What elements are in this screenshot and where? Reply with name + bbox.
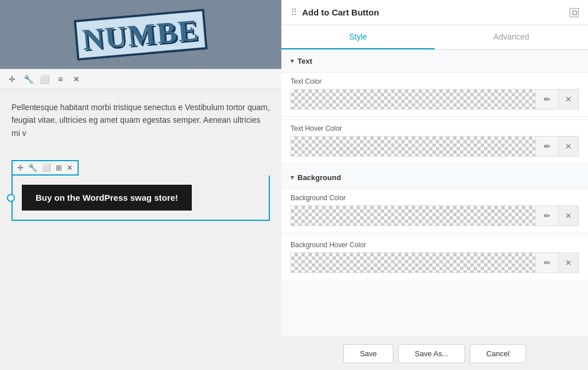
- wrench-icon[interactable]: 🔧: [23, 74, 33, 84]
- editor-content: Pellentesque habitant morbi tristique se…: [0, 89, 281, 151]
- move-icon[interactable]: ✛: [7, 74, 17, 84]
- settings-panel: ⠿ Add to Cart Button ▢ Style Advanced ▾ …: [281, 0, 588, 370]
- widget-copy-icon[interactable]: ⬜: [42, 163, 51, 172]
- text-color-picker-button[interactable]: ✏: [535, 89, 558, 110]
- save-button[interactable]: Save: [343, 344, 394, 363]
- editor-area: NUMBE ✛ 🔧 ⬜ ≡ ✕ Pellentesque habitant mo…: [0, 0, 281, 370]
- text-hover-color-clear-button[interactable]: ✕: [558, 136, 579, 157]
- clear-icon-4: ✕: [565, 258, 572, 267]
- widget-toolbar: ✛ 🔧 ⬜ ⊞ ✕: [11, 160, 79, 176]
- panel-header: ⠿ Add to Cart Button ▢: [281, 0, 588, 25]
- panel-footer: Save Save As... Cancel: [281, 337, 588, 370]
- list-icon[interactable]: ≡: [55, 74, 65, 84]
- panel-tabs: Style Advanced: [281, 25, 588, 50]
- text-hover-color-swatch[interactable]: [291, 136, 535, 157]
- bg-hover-color-swatch[interactable]: [291, 252, 535, 273]
- widget-wrench-icon[interactable]: 🔧: [28, 163, 37, 172]
- text-color-field: Text Color ✏ ✕: [281, 72, 588, 117]
- clear-icon: ✕: [565, 95, 572, 104]
- eyedropper-icon-2: ✏: [544, 142, 551, 151]
- header-image: NUMBE: [0, 0, 281, 69]
- bg-hover-color-label: Background Hover Color: [291, 241, 579, 249]
- bg-color-swatch[interactable]: [291, 205, 535, 226]
- tab-style[interactable]: Style: [281, 25, 435, 49]
- eyedropper-icon-3: ✏: [544, 211, 551, 220]
- text-section-fields: Text Color ✏ ✕ Text Hover Color: [281, 72, 588, 164]
- bg-hover-color-field: Background Hover Color ✏ ✕: [281, 236, 588, 281]
- text-hover-color-input-row: ✏ ✕: [291, 136, 579, 157]
- text-color-label: Text Color: [291, 77, 579, 85]
- text-chevron-icon: ▾: [291, 57, 294, 65]
- clear-icon-2: ✕: [565, 142, 572, 151]
- widget-move-icon[interactable]: ✛: [17, 163, 24, 172]
- text-color-swatch[interactable]: [291, 89, 535, 110]
- eyedropper-icon: ✏: [544, 95, 551, 104]
- background-section-fields: Background Color ✏ ✕ Background Hover Co…: [281, 189, 588, 281]
- bg-hover-color-clear-button[interactable]: ✕: [558, 252, 579, 273]
- copy-icon[interactable]: ⬜: [39, 74, 49, 84]
- text-hover-color-picker-button[interactable]: ✏: [535, 136, 558, 157]
- bg-color-clear-button[interactable]: ✕: [558, 205, 579, 226]
- panel-title: Add to Cart Button: [302, 7, 379, 17]
- cancel-button[interactable]: Cancel: [470, 344, 526, 363]
- background-section-label: Background: [297, 173, 341, 182]
- bg-hover-color-picker-button[interactable]: ✏: [535, 252, 558, 273]
- tab-advanced[interactable]: Advanced: [435, 25, 588, 49]
- widget-box: Buy on the WordPress swag store!: [11, 176, 270, 221]
- text-section-label: Text: [297, 57, 312, 65]
- widget-columns-icon[interactable]: ⊞: [56, 163, 62, 172]
- drag-handle-icon[interactable]: ⠿: [291, 7, 297, 18]
- minimize-button[interactable]: ▢: [570, 8, 579, 17]
- save-as-button[interactable]: Save As...: [398, 344, 465, 363]
- body-text: Pellentesque habitant morbi tristique se…: [11, 101, 270, 139]
- text-color-input-row: ✏ ✕: [291, 89, 579, 110]
- minimize-icon: ▢: [572, 9, 577, 15]
- panel-body: ▾ Text Text Color ✏ ✕ Text Hover C: [281, 50, 588, 337]
- bg-hover-color-input-row: ✏ ✕: [291, 252, 579, 273]
- background-chevron-icon: ▾: [291, 174, 294, 181]
- logo-image: NUMBE: [74, 9, 208, 61]
- panel-header-left: ⠿ Add to Cart Button: [291, 7, 379, 18]
- text-hover-color-field: Text Hover Color ✏ ✕: [281, 119, 588, 164]
- bg-color-picker-button[interactable]: ✏: [535, 205, 558, 226]
- editor-toolbar-1: ✛ 🔧 ⬜ ≡ ✕: [0, 69, 281, 89]
- bg-color-label: Background Color: [291, 194, 579, 202]
- cart-button[interactable]: Buy on the WordPress swag store!: [22, 185, 192, 211]
- eyedropper-icon-4: ✏: [544, 258, 551, 267]
- text-color-clear-button[interactable]: ✕: [558, 89, 579, 110]
- clear-icon-3: ✕: [565, 211, 572, 220]
- bg-color-field: Background Color ✏ ✕: [281, 189, 588, 233]
- widget-close-icon[interactable]: ✕: [67, 163, 73, 172]
- close-icon[interactable]: ✕: [71, 74, 82, 84]
- text-section-header[interactable]: ▾ Text: [281, 50, 588, 72]
- background-section-header[interactable]: ▾ Background: [281, 166, 588, 189]
- bg-color-input-row: ✏ ✕: [291, 205, 579, 226]
- text-hover-color-label: Text Hover Color: [291, 124, 579, 133]
